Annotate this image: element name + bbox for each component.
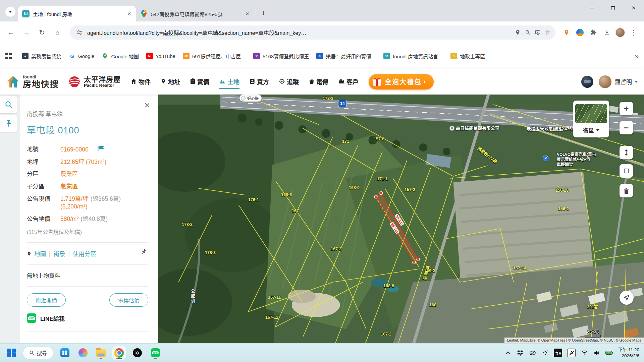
apps-grid-icon[interactable] [5,53,12,59]
chatgpt-button[interactable] [130,346,144,360]
bookmark-item[interactable]: ≈樂居：最好用的實價… [316,53,376,60]
battery-icon[interactable] [605,349,613,357]
field-label: 子分區 [27,183,60,191]
user-avatar[interactable] [599,75,611,88]
layer-switcher[interactable]: 衛星 [573,101,609,137]
ime-width-icon[interactable]: A [567,349,576,357]
fax-estimate-button[interactable]: 電傳估價 [109,293,148,307]
nav-item-objects[interactable]: 物件 [131,74,151,89]
home-button[interactable]: ⌂ [51,26,64,39]
tray-chevron-up-icon[interactable] [504,349,512,357]
profile-avatar[interactable] [614,27,626,38]
delete-shape-button[interactable] [620,184,633,197]
rail-search-button[interactable] [0,96,17,113]
line-contact-row[interactable]: LINE LINE給我 [27,313,148,323]
link-zoning[interactable]: 使用分區 [73,249,96,258]
user-menu-chevron-icon[interactable] [635,81,638,83]
dropbox-icon[interactable] [517,349,524,357]
measure-tool-button[interactable] [620,146,633,159]
bookmark-item[interactable]: GGoogle [69,53,94,59]
foundi-logo[interactable]: foundi 房地快搜 [6,75,59,89]
browser-menu-icon[interactable]: ⋮ [628,27,639,38]
location-permission-icon[interactable] [513,27,523,38]
bookmark-item[interactable]: ♛5168實價登錄比價王 [253,53,309,60]
header-orb-icon[interactable] [581,76,593,88]
flag-icon[interactable] [97,145,105,154]
address-bar[interactable]: agent.foundi.info/tool/land?city=南投縣&loc… [70,25,555,40]
bookmark-item[interactable]: Google 地圖 [102,53,139,60]
line-app-button[interactable]: LINE [149,346,162,360]
nav-item-buyer[interactable]: 買方 [250,74,269,89]
bookmark-star-icon[interactable]: ☆ [543,27,553,38]
bookmark-item[interactable]: fdfoundi 房地資訊站官… [383,53,443,60]
pacific-realtor-logo[interactable]: 太平洋房屋 Pacific Realtor [68,75,121,88]
bookmarks-bar: ▲業務展售系統 GGoogle Google 地圖 ▶YouTube 59159… [0,43,644,69]
bookmark-item[interactable]: ▲業務展售系統 [22,53,61,60]
line-icon: LINE [151,348,160,357]
volume-icon[interactable] [593,349,600,357]
bookmark-item[interactable]: ▶YouTube [146,53,175,59]
nav-item-address[interactable]: 地址 [161,74,180,89]
tab-close-icon[interactable]: ✕ [125,10,133,17]
parcel-label: 171-1 [377,177,388,181]
site-info-icon[interactable] [74,27,85,38]
promo-gift-button[interactable]: 全泡大禮包 › [369,74,434,89]
tab-foundi[interactable]: fd 土地 | foundi 房地 ✕ [18,6,136,21]
poi-pill[interactable]: 好心肝 [239,95,262,102]
maximize-button[interactable] [602,0,623,16]
close-button[interactable]: ✕ [623,0,644,16]
file-explorer-button[interactable] [94,346,108,360]
zoom-out-button[interactable]: − [620,121,633,134]
ms-store-button[interactable] [58,346,71,360]
tab-google-maps[interactable]: 542南投縣草屯鎮博愛路825-5號 ✕ [136,6,254,21]
bookmarks-overflow-chevron[interactable]: » [635,52,639,60]
pinned-extension-color-icon[interactable] [574,27,586,38]
wifi-icon[interactable] [581,349,588,357]
nav-label: 客戶 [346,77,359,86]
bookmark-item[interactable]: 591591提供租屋、中古屋… [183,53,246,60]
zoom-icon[interactable] [523,27,533,38]
reload-button[interactable]: ↻ [36,26,48,39]
forward-button[interactable]: → [20,26,33,39]
chevron-down-icon [596,129,599,131]
link-map[interactable]: 地圖 [34,249,46,258]
nav-item-fax[interactable]: 電傳 [309,74,328,89]
link-streetview[interactable]: 街景 [54,249,65,258]
taskbar-search[interactable]: 搜尋 [23,347,53,359]
new-tab-button[interactable]: + [258,7,269,19]
url-text[interactable]: agent.foundi.info/tool/land?city=南投縣&loc… [87,28,513,37]
copilot-button[interactable] [76,346,90,360]
rail-pin-button[interactable] [0,115,17,132]
location-arrow-icon[interactable] [541,349,549,357]
minimize-button[interactable] [582,0,602,16]
foundi-house-icon [6,75,20,89]
pinned-extension-pin-icon[interactable] [561,27,572,38]
nearby-price-button[interactable]: 附近開價 [27,293,66,307]
taskbar-clock[interactable]: 下午 11:20 2026/2/6 [618,347,639,359]
nav-item-price[interactable]: 實價 [190,74,209,89]
ime-bopomofo-icon[interactable]: ㄅA [554,349,562,357]
nav-item-track[interactable]: 追蹤 [279,74,299,89]
extensions-puzzle-icon[interactable] [588,27,599,38]
chrome-button[interactable] [112,346,126,360]
pin-to-map-icon[interactable] [141,249,147,257]
tab-close-icon[interactable]: ✕ [244,10,251,17]
draw-rectangle-button[interactable] [620,164,633,178]
promo-label: 全泡大禮包 [385,77,422,86]
nav-item-clients[interactable]: 客戶 [338,74,359,89]
chevron-down-icon [9,11,12,13]
field-value: 農業區 [60,170,78,178]
back-button[interactable]: ← [5,26,17,39]
map-canvas[interactable]: 172-3 171 157-6 171-1 157-2 168-9 168-6 … [158,95,644,343]
location-pin-icon [27,251,32,256]
downloads-icon[interactable] [601,27,612,38]
locate-me-button[interactable] [620,291,634,305]
tab-search-button[interactable] [5,7,15,17]
nav-item-land[interactable]: 土地 [219,74,239,89]
bookmark-item[interactable]: ✎地政士專區 [450,53,485,60]
start-button[interactable] [5,346,18,360]
install-app-icon[interactable] [533,27,543,38]
hidden-eye-icon[interactable] [529,349,536,357]
panel-close-icon[interactable]: ✕ [144,101,150,110]
zoom-in-button[interactable]: + [620,102,633,115]
